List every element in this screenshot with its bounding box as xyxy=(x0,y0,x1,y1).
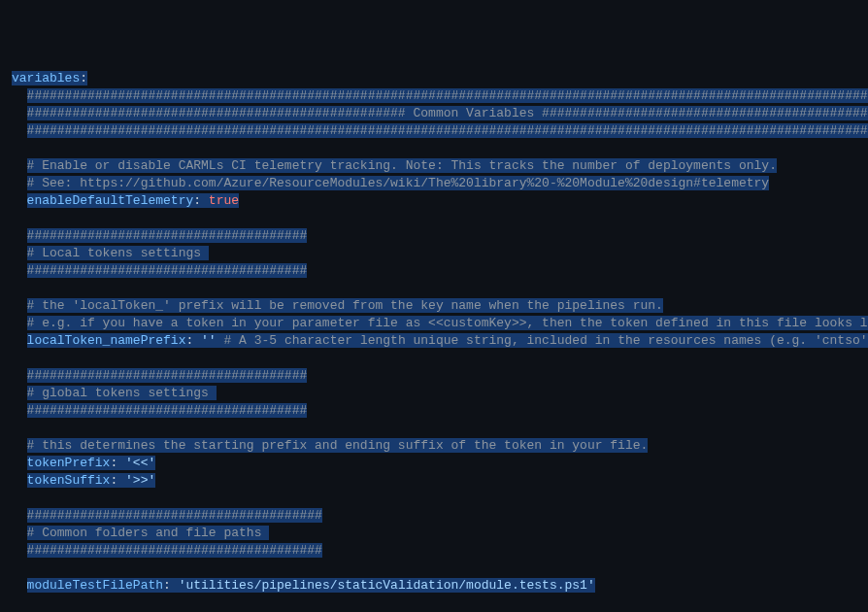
code-token-key: moduleTestFilePath xyxy=(27,578,163,593)
code-token-key: tokenPrefix xyxy=(27,456,111,470)
code-token-bool: true xyxy=(209,193,239,208)
code-token-key: tokenSuffix xyxy=(27,473,111,488)
code-token-str: 'utilities/pipelines/staticValidation/mo… xyxy=(179,578,595,593)
code-line: ########################################… xyxy=(12,105,868,122)
code-line: # the 'localToken_' prefix will be remov… xyxy=(12,297,868,315)
code-line xyxy=(12,210,868,227)
code-line: tokenSuffix: '>>' xyxy=(12,472,868,490)
code-token-punct: : xyxy=(193,193,209,208)
code-line: ####################################### xyxy=(12,507,868,525)
code-token-punct: : xyxy=(80,71,87,85)
code-token-key: localToken_namePrefix xyxy=(27,333,186,348)
code-line xyxy=(12,490,868,507)
code-token-key: enableDefaultTelemetry xyxy=(27,193,194,208)
code-line xyxy=(12,595,868,612)
code-line: # Enable or disable CARMLs CI telemetry … xyxy=(12,157,868,175)
code-line xyxy=(12,140,868,157)
code-line: ##################################### xyxy=(12,227,868,245)
code-token-comment: ########################################… xyxy=(27,88,868,103)
code-token-punct: : xyxy=(110,456,125,470)
code-line: moduleTestFilePath: 'utilities/pipelines… xyxy=(12,577,868,595)
code-token-str: '>>' xyxy=(125,473,155,488)
code-line: variables: xyxy=(12,70,868,87)
code-line: # Common folders and file paths xyxy=(12,525,868,542)
code-token-str: '<<' xyxy=(125,456,155,470)
code-token-punct: : xyxy=(110,473,125,488)
code-token-comment: ##################################### xyxy=(27,368,308,383)
code-token-comment: # Local tokens settings xyxy=(27,246,209,260)
code-token-comment: # this determines the starting prefix an… xyxy=(27,438,649,453)
code-editor[interactable]: variables: #############################… xyxy=(0,70,868,612)
code-line: enableDefaultTelemetry: true xyxy=(12,192,868,210)
code-token-comment: ########################################… xyxy=(27,106,868,120)
code-line: # this determines the starting prefix an… xyxy=(12,437,868,455)
code-token-comment: # See: https://github.com/Azure/Resource… xyxy=(27,176,770,190)
code-line: ##################################### xyxy=(12,367,868,385)
code-line xyxy=(12,420,868,437)
code-line: ##################################### xyxy=(12,262,868,280)
code-line: # See: https://github.com/Azure/Resource… xyxy=(12,175,868,192)
code-line: # Local tokens settings xyxy=(12,245,868,262)
code-token-comment: ##################################### xyxy=(27,403,308,418)
code-line xyxy=(12,280,868,297)
code-token-str: '' xyxy=(201,333,217,348)
code-line xyxy=(12,350,868,367)
code-token-punct: : xyxy=(163,578,179,593)
code-line: # global tokens settings xyxy=(12,385,868,402)
code-line: ####################################### xyxy=(12,542,868,560)
code-line: # e.g. if you have a token in your param… xyxy=(12,315,868,332)
code-token-comment: ####################################### xyxy=(27,543,322,558)
code-token-comment: ##################################### xyxy=(27,263,308,278)
code-line xyxy=(12,560,868,577)
code-token-comment: # Enable or disable CARMLs CI telemetry … xyxy=(27,158,777,173)
code-token-comment: # global tokens settings xyxy=(27,386,217,400)
code-line: localToken_namePrefix: '' # A 3-5 charac… xyxy=(12,332,868,350)
code-token-punct: : xyxy=(185,333,201,348)
code-token-comment: ########################################… xyxy=(27,123,868,138)
code-line: tokenPrefix: '<<' xyxy=(12,455,868,472)
code-line: ########################################… xyxy=(12,122,868,140)
code-token-comment: # Common folders and file paths xyxy=(27,526,270,540)
code-token-comment: # A 3-5 character length unique string, … xyxy=(223,333,868,348)
code-token-comment: # the 'localToken_' prefix will be remov… xyxy=(27,298,663,313)
code-line: ########################################… xyxy=(12,87,868,105)
code-token-comment: ##################################### xyxy=(27,228,308,243)
code-token-comment: # e.g. if you have a token in your param… xyxy=(27,316,868,330)
code-line: ##################################### xyxy=(12,402,868,420)
code-token-comment: ####################################### xyxy=(27,508,322,523)
code-token-key: variables xyxy=(12,71,80,85)
